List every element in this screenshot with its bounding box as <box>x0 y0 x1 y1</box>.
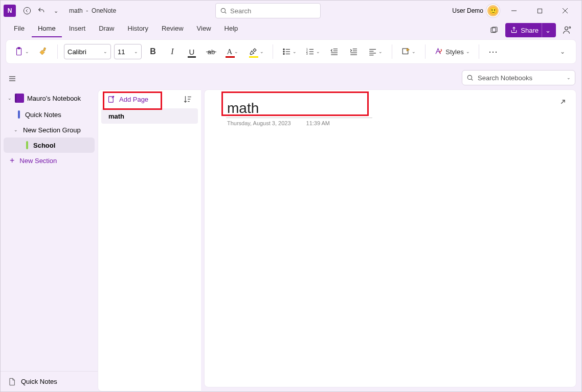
customize-quick-access[interactable]: ⌄ <box>49 4 63 18</box>
user-name[interactable]: User Demo <box>452 7 483 14</box>
page-time: 11:39 AM <box>306 120 330 126</box>
share-dropdown[interactable]: ⌄ <box>542 23 554 37</box>
fullscreen-button[interactable] <box>553 95 570 111</box>
workspace: ⌄ Mauro's Notebook Quick Notes ⌄ New Sec… <box>1 68 581 391</box>
close-button[interactable] <box>554 3 576 18</box>
notebook-name: Mauro's Notebook <box>27 95 81 102</box>
svg-point-17 <box>283 53 284 54</box>
add-page-button[interactable]: Add Page <box>103 94 152 105</box>
notebook-panel: ⌄ Mauro's Notebook Quick Notes ⌄ New Sec… <box>1 68 98 391</box>
menu-bar: File Home Insert Draw History Review Vie… <box>1 21 581 37</box>
menu-history[interactable]: History <box>122 21 154 37</box>
svg-rect-12 <box>43 48 46 51</box>
font-name: Calibri <box>68 48 86 56</box>
page-date: Thursday, August 3, 2023 <box>227 120 291 126</box>
note-canvas[interactable]: math Thursday, August 3, 2023 11:39 AM <box>204 89 576 387</box>
styles-button[interactable]: Styles ⌄ <box>432 43 473 60</box>
page-metadata: Thursday, August 3, 2023 11:39 AM <box>225 118 555 128</box>
app-icon: N <box>4 5 16 17</box>
font-size-selector[interactable]: 11 ⌄ <box>114 44 142 59</box>
bullet-list-button[interactable]: ⌄ <box>279 43 300 60</box>
app-name: OneNote <box>92 7 116 14</box>
page-item-label: math <box>108 112 124 120</box>
title-bar: N ⌄ math - OneNote User Demo 🙂 <box>1 1 581 21</box>
page-list-item[interactable]: math <box>101 108 198 124</box>
font-selector[interactable]: Calibri ⌄ <box>64 44 111 59</box>
align-button[interactable]: ⌄ <box>365 43 386 60</box>
search-icon <box>220 7 227 14</box>
share-icon <box>510 27 518 34</box>
quick-notes-label: Quick Notes <box>21 378 57 385</box>
document-name: math <box>69 7 83 14</box>
svg-point-13 <box>283 49 284 50</box>
section-group[interactable]: ⌄ New Section Group <box>4 122 95 137</box>
search-box[interactable] <box>215 3 321 18</box>
more-button[interactable]: ⋯ <box>485 43 502 60</box>
ribbon: ⌄ Calibri ⌄ 11 ⌄ B I U ab A⌄ ⌄ ⌄ 123 ⌄ ⌄ <box>6 39 576 64</box>
styles-label: Styles <box>445 48 463 56</box>
sort-pages-button[interactable] <box>180 91 196 107</box>
section-school[interactable]: School <box>4 137 95 153</box>
add-page-icon <box>107 96 115 103</box>
svg-point-1 <box>221 8 225 12</box>
share-button[interactable]: Share ⌄ <box>505 23 556 37</box>
menu-home[interactable]: Home <box>32 21 62 37</box>
svg-point-9 <box>569 27 571 28</box>
paste-button[interactable]: ⌄ <box>11 43 32 60</box>
svg-point-0 <box>24 7 30 14</box>
font-size: 11 <box>118 48 125 56</box>
italic-button[interactable]: I <box>164 43 181 60</box>
page-icon <box>8 378 16 386</box>
page-title[interactable]: math <box>225 97 366 118</box>
add-page-label: Add Page <box>119 96 148 103</box>
plus-icon: + <box>10 156 14 165</box>
font-color-button[interactable]: A⌄ <box>222 43 243 60</box>
bold-button[interactable]: B <box>145 43 161 60</box>
numbered-list-button[interactable]: 123 ⌄ <box>303 43 323 60</box>
menu-help[interactable]: Help <box>218 21 244 37</box>
chevron-down-icon: ⌄ <box>14 127 18 132</box>
svg-text:3: 3 <box>306 52 308 55</box>
svg-point-8 <box>565 27 568 30</box>
quick-notes-footer[interactable]: Quick Notes <box>1 371 98 391</box>
svg-point-15 <box>283 51 284 52</box>
account-manager-button[interactable] <box>560 23 574 37</box>
new-section-button[interactable]: + New Section <box>1 153 98 168</box>
decrease-indent-button[interactable] <box>326 43 343 60</box>
minimize-button[interactable] <box>503 3 525 18</box>
menu-review[interactable]: Review <box>155 21 190 37</box>
share-label: Share <box>521 27 539 34</box>
back-button[interactable] <box>20 4 34 18</box>
menu-view[interactable]: View <box>191 21 217 37</box>
underline-button[interactable]: U <box>184 43 200 60</box>
strikethrough-button[interactable]: ab <box>203 43 219 60</box>
highlight-button[interactable]: ⌄ <box>246 43 266 60</box>
undo-button[interactable] <box>34 4 49 18</box>
search-input[interactable] <box>230 7 316 15</box>
page-list-panel: Add Page math <box>98 89 201 391</box>
menu-insert[interactable]: Insert <box>63 21 92 37</box>
menu-file[interactable]: File <box>8 21 31 37</box>
increase-indent-button[interactable] <box>346 43 362 60</box>
new-section-label: New Section <box>19 157 57 165</box>
format-painter-button[interactable] <box>35 43 51 60</box>
notebook-icon <box>15 94 24 103</box>
section-group-label: New Section Group <box>23 126 81 134</box>
svg-rect-11 <box>17 48 20 49</box>
section-quick-notes[interactable]: Quick Notes <box>4 107 95 122</box>
open-in-new-window-button[interactable] <box>487 23 501 37</box>
user-avatar[interactable]: 🙂 <box>486 4 500 17</box>
maximize-button[interactable] <box>528 3 551 18</box>
section-label: School <box>33 142 55 149</box>
notebook-header[interactable]: ⌄ Mauro's Notebook <box>4 89 95 107</box>
ribbon-expand-button[interactable]: ⌄ <box>554 43 571 60</box>
svg-rect-3 <box>538 9 542 13</box>
menu-draw[interactable]: Draw <box>93 21 120 37</box>
section-label: Quick Notes <box>25 111 61 119</box>
chevron-down-icon: ⌄ <box>8 96 12 101</box>
tag-button[interactable]: ⌄ <box>398 43 419 60</box>
window-title: math - OneNote <box>69 7 116 14</box>
